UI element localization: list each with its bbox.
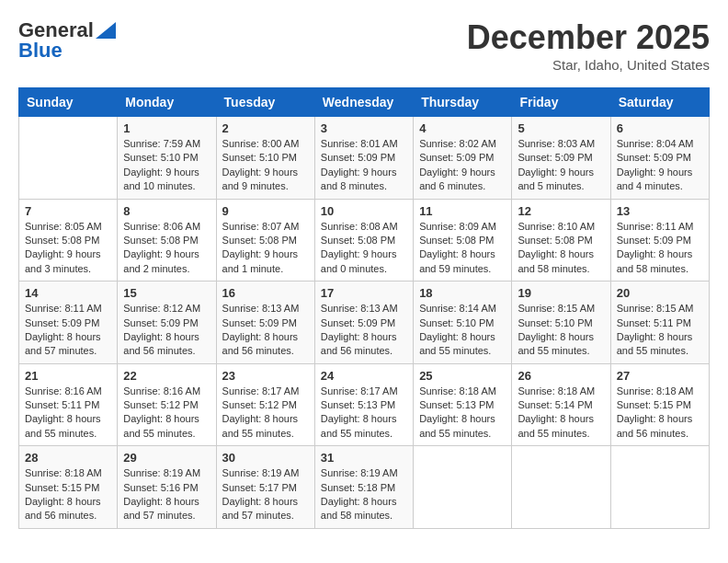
calendar-cell: 23Sunrise: 8:17 AMSunset: 5:12 PMDayligh… xyxy=(216,363,314,446)
calendar-cell xyxy=(414,446,512,529)
col-header-friday: Friday xyxy=(512,88,610,117)
calendar-cell: 11Sunrise: 8:09 AMSunset: 5:08 PMDayligh… xyxy=(414,199,512,282)
calendar-cell: 10Sunrise: 8:08 AMSunset: 5:08 PMDayligh… xyxy=(314,199,413,282)
day-info: Sunrise: 8:11 AMSunset: 5:09 PMDaylight:… xyxy=(617,220,703,277)
day-info: Sunrise: 8:13 AMSunset: 5:09 PMDaylight:… xyxy=(321,302,407,359)
day-number: 19 xyxy=(518,286,604,300)
day-number: 18 xyxy=(419,286,506,300)
day-number: 11 xyxy=(419,204,506,218)
calendar-cell: 5Sunrise: 8:03 AMSunset: 5:09 PMDaylight… xyxy=(512,117,610,200)
day-info: Sunrise: 8:15 AMSunset: 5:11 PMDaylight:… xyxy=(617,302,703,359)
calendar-table: SundayMondayTuesdayWednesdayThursdayFrid… xyxy=(18,87,710,529)
day-number: 30 xyxy=(222,451,309,465)
day-info: Sunrise: 8:12 AMSunset: 5:09 PMDaylight:… xyxy=(123,302,210,359)
day-info: Sunrise: 7:59 AMSunset: 5:10 PMDaylight:… xyxy=(123,137,210,194)
calendar-cell: 3Sunrise: 8:01 AMSunset: 5:09 PMDaylight… xyxy=(314,117,413,200)
calendar-cell: 29Sunrise: 8:19 AMSunset: 5:16 PMDayligh… xyxy=(118,446,216,529)
day-number: 1 xyxy=(123,121,210,135)
calendar-cell: 2Sunrise: 8:00 AMSunset: 5:10 PMDaylight… xyxy=(216,117,314,200)
day-info: Sunrise: 8:09 AMSunset: 5:08 PMDaylight:… xyxy=(419,220,506,277)
day-number: 24 xyxy=(321,369,407,383)
day-number: 29 xyxy=(123,451,210,465)
calendar-cell: 13Sunrise: 8:11 AMSunset: 5:09 PMDayligh… xyxy=(610,199,709,282)
calendar-cell: 12Sunrise: 8:10 AMSunset: 5:08 PMDayligh… xyxy=(512,199,610,282)
day-number: 5 xyxy=(518,121,604,135)
day-info: Sunrise: 8:07 AMSunset: 5:08 PMDaylight:… xyxy=(222,220,309,277)
day-number: 13 xyxy=(617,204,703,218)
day-info: Sunrise: 8:18 AMSunset: 5:13 PMDaylight:… xyxy=(419,385,506,442)
logo-icon xyxy=(96,22,116,39)
day-number: 10 xyxy=(321,204,407,218)
col-header-saturday: Saturday xyxy=(610,88,709,117)
day-info: Sunrise: 8:15 AMSunset: 5:10 PMDaylight:… xyxy=(518,302,604,359)
calendar-cell: 4Sunrise: 8:02 AMSunset: 5:09 PMDaylight… xyxy=(414,117,512,200)
calendar-cell: 21Sunrise: 8:16 AMSunset: 5:11 PMDayligh… xyxy=(19,363,118,446)
day-info: Sunrise: 8:16 AMSunset: 5:11 PMDaylight:… xyxy=(25,385,111,442)
day-info: Sunrise: 8:19 AMSunset: 5:18 PMDaylight:… xyxy=(321,466,407,523)
day-number: 22 xyxy=(123,369,210,383)
col-header-tuesday: Tuesday xyxy=(216,88,314,117)
day-info: Sunrise: 8:10 AMSunset: 5:08 PMDaylight:… xyxy=(518,220,604,277)
page-header: General Blue December 2025 Star, Idaho, … xyxy=(18,18,710,73)
day-info: Sunrise: 8:18 AMSunset: 5:14 PMDaylight:… xyxy=(518,385,604,442)
calendar-cell xyxy=(19,117,118,200)
day-number: 14 xyxy=(25,286,111,300)
calendar-cell: 24Sunrise: 8:17 AMSunset: 5:13 PMDayligh… xyxy=(314,363,413,446)
calendar-cell: 17Sunrise: 8:13 AMSunset: 5:09 PMDayligh… xyxy=(314,282,413,364)
calendar-cell xyxy=(610,446,709,529)
day-number: 6 xyxy=(617,121,703,135)
day-number: 3 xyxy=(321,121,407,135)
calendar-cell: 1Sunrise: 7:59 AMSunset: 5:10 PMDaylight… xyxy=(118,117,216,200)
day-info: Sunrise: 8:04 AMSunset: 5:09 PMDaylight:… xyxy=(617,137,703,194)
day-number: 26 xyxy=(518,369,604,383)
day-info: Sunrise: 8:06 AMSunset: 5:08 PMDaylight:… xyxy=(123,220,210,277)
logo: General Blue xyxy=(18,18,116,63)
calendar-cell: 22Sunrise: 8:16 AMSunset: 5:12 PMDayligh… xyxy=(118,363,216,446)
day-number: 7 xyxy=(25,204,111,218)
day-info: Sunrise: 8:01 AMSunset: 5:09 PMDaylight:… xyxy=(321,137,407,194)
calendar-cell: 15Sunrise: 8:12 AMSunset: 5:09 PMDayligh… xyxy=(118,282,216,364)
month-title: December 2025 xyxy=(467,18,710,57)
day-info: Sunrise: 8:13 AMSunset: 5:09 PMDaylight:… xyxy=(222,302,309,359)
day-number: 4 xyxy=(419,121,506,135)
day-info: Sunrise: 8:16 AMSunset: 5:12 PMDaylight:… xyxy=(123,385,210,442)
day-info: Sunrise: 8:18 AMSunset: 5:15 PMDaylight:… xyxy=(25,466,111,523)
day-number: 28 xyxy=(25,451,111,465)
day-number: 23 xyxy=(222,369,309,383)
day-number: 27 xyxy=(617,369,703,383)
day-number: 2 xyxy=(222,121,309,135)
calendar-cell: 8Sunrise: 8:06 AMSunset: 5:08 PMDaylight… xyxy=(118,199,216,282)
day-number: 16 xyxy=(222,286,309,300)
day-number: 12 xyxy=(518,204,604,218)
day-info: Sunrise: 8:19 AMSunset: 5:16 PMDaylight:… xyxy=(123,466,210,523)
day-info: Sunrise: 8:14 AMSunset: 5:10 PMDaylight:… xyxy=(419,302,506,359)
calendar-cell xyxy=(512,446,610,529)
calendar-cell: 6Sunrise: 8:04 AMSunset: 5:09 PMDaylight… xyxy=(610,117,709,200)
day-info: Sunrise: 8:17 AMSunset: 5:13 PMDaylight:… xyxy=(321,385,407,442)
day-info: Sunrise: 8:05 AMSunset: 5:08 PMDaylight:… xyxy=(25,220,111,277)
day-number: 15 xyxy=(123,286,210,300)
calendar-cell: 30Sunrise: 8:19 AMSunset: 5:17 PMDayligh… xyxy=(216,446,314,529)
calendar-cell: 14Sunrise: 8:11 AMSunset: 5:09 PMDayligh… xyxy=(19,282,118,364)
day-number: 21 xyxy=(25,369,111,383)
day-number: 20 xyxy=(617,286,703,300)
calendar-cell: 19Sunrise: 8:15 AMSunset: 5:10 PMDayligh… xyxy=(512,282,610,364)
day-info: Sunrise: 8:11 AMSunset: 5:09 PMDaylight:… xyxy=(25,302,111,359)
calendar-cell: 31Sunrise: 8:19 AMSunset: 5:18 PMDayligh… xyxy=(314,446,413,529)
calendar-cell: 9Sunrise: 8:07 AMSunset: 5:08 PMDaylight… xyxy=(216,199,314,282)
svg-marker-0 xyxy=(96,22,116,39)
col-header-thursday: Thursday xyxy=(414,88,512,117)
calendar-cell: 18Sunrise: 8:14 AMSunset: 5:10 PMDayligh… xyxy=(414,282,512,364)
calendar-cell: 27Sunrise: 8:18 AMSunset: 5:15 PMDayligh… xyxy=(610,363,709,446)
title-block: December 2025 Star, Idaho, United States xyxy=(467,18,710,73)
day-info: Sunrise: 8:02 AMSunset: 5:09 PMDaylight:… xyxy=(419,137,506,194)
calendar-cell: 26Sunrise: 8:18 AMSunset: 5:14 PMDayligh… xyxy=(512,363,610,446)
location-subtitle: Star, Idaho, United States xyxy=(467,57,710,73)
col-header-sunday: Sunday xyxy=(19,88,118,117)
logo-blue-text: Blue xyxy=(18,39,63,63)
day-number: 31 xyxy=(321,451,407,465)
day-number: 8 xyxy=(123,204,210,218)
day-info: Sunrise: 8:00 AMSunset: 5:10 PMDaylight:… xyxy=(222,137,309,194)
col-header-wednesday: Wednesday xyxy=(314,88,413,117)
day-info: Sunrise: 8:18 AMSunset: 5:15 PMDaylight:… xyxy=(617,385,703,442)
